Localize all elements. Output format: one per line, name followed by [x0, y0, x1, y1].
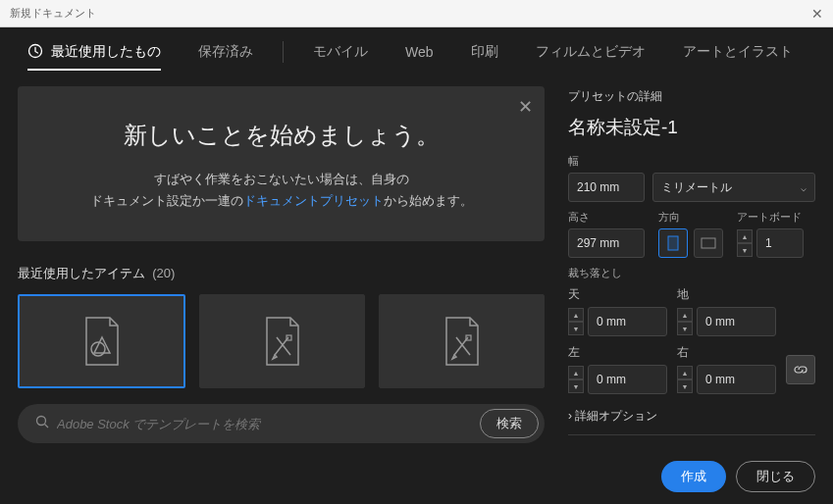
- orientation-landscape[interactable]: [694, 228, 723, 258]
- artboard-label: アートボード: [737, 210, 804, 225]
- link-icon: [794, 363, 807, 377]
- bleed-left-input[interactable]: 0 mm: [588, 365, 667, 394]
- svg-rect-6: [702, 238, 715, 248]
- svg-point-4: [37, 417, 46, 426]
- width-label: 幅: [568, 154, 815, 169]
- document-ai-icon: [80, 316, 124, 367]
- tab-recent-label: 最近使用したもの: [51, 43, 161, 61]
- hero-panel: ✕ 新しいことを始めましょう。 すばやく作業をおこないたい場合は、自身の ドキュ…: [18, 86, 545, 241]
- artboard-stepper[interactable]: ▲▼: [737, 229, 753, 257]
- window-title: 新規ドキュメント: [10, 6, 96, 21]
- divider: [568, 434, 815, 435]
- tab-print[interactable]: 印刷: [457, 27, 512, 76]
- tab-recent[interactable]: 最近使用したもの: [14, 27, 175, 76]
- document-name[interactable]: 名称未設定-1: [568, 115, 815, 140]
- preset-details-panel: プリセットの詳細 名称未設定-1 幅 210 mm ミリメートル ⌵ 高さ 29…: [562, 76, 833, 504]
- bleed-bottom-input[interactable]: 0 mm: [697, 307, 776, 336]
- bleed-link-button[interactable]: [786, 355, 815, 384]
- clock-icon: [27, 43, 43, 62]
- height-label: 高さ: [568, 210, 645, 225]
- hero-title: 新しいことを始めましょう。: [57, 120, 505, 151]
- preset-details-header: プリセットの詳細: [568, 88, 815, 105]
- recent-card-1[interactable]: [18, 294, 185, 388]
- recent-card-3[interactable]: [379, 294, 545, 388]
- bleed-bottom-label: 地: [677, 286, 776, 303]
- stock-search-button[interactable]: 検索: [480, 409, 539, 438]
- category-tabs: 最近使用したもの 保存済み モバイル Web 印刷 フィルムとビデオ アートとイ…: [0, 27, 833, 76]
- titlebar: 新規ドキュメント ✕: [0, 0, 833, 27]
- bleed-right-label: 右: [677, 344, 776, 361]
- bleed-right-stepper[interactable]: ▲▼: [677, 366, 693, 393]
- recent-cards: [18, 294, 545, 388]
- recent-card-2[interactable]: [199, 294, 365, 388]
- search-icon: [35, 415, 49, 432]
- document-tools-icon: [441, 316, 484, 367]
- landscape-icon: [701, 237, 716, 249]
- create-button[interactable]: 作成: [661, 461, 726, 492]
- orientation-label: 方向: [658, 210, 723, 225]
- hero-close-icon[interactable]: ✕: [518, 96, 533, 118]
- tab-film[interactable]: フィルムとビデオ: [522, 27, 659, 76]
- unit-select[interactable]: ミリメートル ⌵: [652, 173, 815, 202]
- tab-web[interactable]: Web: [391, 27, 447, 76]
- orientation-portrait[interactable]: [658, 228, 688, 258]
- height-input[interactable]: 297 mm: [568, 228, 645, 258]
- bleed-top-label: 天: [568, 286, 667, 303]
- bleed-bottom-stepper[interactable]: ▲▼: [677, 308, 693, 335]
- bleed-top-stepper[interactable]: ▲▼: [568, 308, 584, 335]
- window-close-icon[interactable]: ✕: [811, 6, 823, 22]
- bleed-left-label: 左: [568, 344, 667, 361]
- chevron-down-icon: ⌵: [801, 182, 807, 193]
- portrait-icon: [667, 235, 679, 251]
- bleed-right-input[interactable]: 0 mm: [697, 365, 776, 394]
- tab-art[interactable]: アートとイラスト: [669, 27, 807, 76]
- bleed-top-input[interactable]: 0 mm: [588, 307, 667, 336]
- tab-mobile[interactable]: モバイル: [299, 27, 382, 76]
- artboard-input[interactable]: 1: [756, 228, 804, 258]
- width-input[interactable]: 210 mm: [568, 173, 645, 202]
- tab-saved[interactable]: 保存済み: [184, 27, 267, 76]
- stock-search-input[interactable]: [57, 417, 480, 431]
- preset-link[interactable]: ドキュメントプリセット: [243, 193, 384, 208]
- bleed-label: 裁ち落とし: [568, 266, 815, 280]
- tab-divider: [283, 41, 284, 63]
- close-button[interactable]: 閉じる: [736, 461, 815, 492]
- recent-items-label: 最近使用したアイテム (20): [18, 265, 545, 282]
- stock-search-bar: 検索: [18, 404, 545, 443]
- hero-text: すばやく作業をおこないたい場合は、自身の ドキュメント設定か一連のドキュメントプ…: [57, 169, 505, 212]
- bleed-left-stepper[interactable]: ▲▼: [568, 366, 584, 393]
- advanced-options-toggle[interactable]: › 詳細オプション: [568, 408, 815, 425]
- svg-rect-5: [668, 236, 678, 250]
- document-tools-icon: [261, 316, 304, 367]
- chevron-right-icon: ›: [568, 409, 572, 423]
